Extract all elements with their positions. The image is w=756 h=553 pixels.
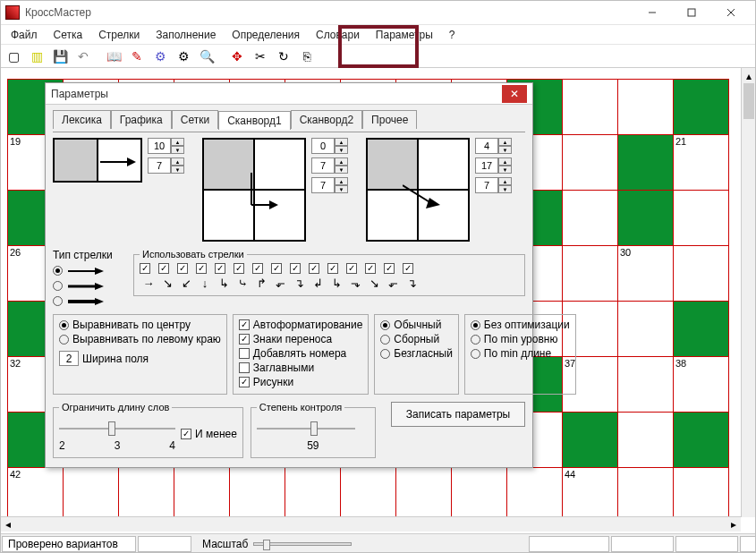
grid-cell[interactable] xyxy=(64,468,119,523)
grid-cell[interactable] xyxy=(507,468,563,523)
sp2-spinner-0[interactable]: ▲▼ xyxy=(311,138,348,154)
menu-сетка[interactable]: Сетка xyxy=(47,27,90,43)
use-arrow-chk-7[interactable] xyxy=(271,263,282,274)
sp1-spinner-1[interactable]: ▲▼ xyxy=(148,157,184,174)
caps-checkbox[interactable] xyxy=(239,362,250,373)
grid-cell[interactable] xyxy=(285,468,341,523)
sp3-spinner-0[interactable]: ▲▼ xyxy=(475,138,512,154)
grid-cell[interactable] xyxy=(674,302,729,357)
use-arrow-chk-10[interactable] xyxy=(327,263,338,274)
spin-up-icon[interactable]: ▲ xyxy=(498,157,512,166)
grid-cell[interactable] xyxy=(563,246,618,302)
align-center-radio[interactable] xyxy=(59,320,69,330)
spinner-input[interactable] xyxy=(475,157,498,174)
tab-3[interactable]: Сканворд1 xyxy=(218,111,290,130)
sp3-spinner-1[interactable]: ▲▼ xyxy=(475,157,512,174)
sp1-spinner-0[interactable]: ▲▼ xyxy=(148,138,184,154)
sp2-spinner-2[interactable]: ▲▼ xyxy=(311,177,348,193)
tb-undo[interactable]: ↶ xyxy=(73,47,93,66)
use-arrow-chk-12[interactable] xyxy=(365,263,376,274)
horizontal-scrollbar[interactable]: ◂ ▸ xyxy=(0,516,741,532)
menu-заполнение[interactable]: Заполнение xyxy=(149,27,223,43)
use-arrow-chk-14[interactable] xyxy=(403,263,413,274)
grid-cell[interactable] xyxy=(341,468,396,523)
grid-cell[interactable] xyxy=(618,191,674,246)
tab-1[interactable]: Графика xyxy=(111,110,172,129)
grid-cell[interactable] xyxy=(230,468,285,523)
spinner-input[interactable] xyxy=(475,138,498,154)
addnum-checkbox[interactable] xyxy=(239,348,250,359)
spin-up-icon[interactable]: ▲ xyxy=(335,177,348,185)
spin-up-icon[interactable]: ▲ xyxy=(171,138,184,146)
tb-gear1[interactable]: ⚙ xyxy=(150,47,170,66)
align-left-radio[interactable] xyxy=(59,335,69,345)
spin-up-icon[interactable]: ▲ xyxy=(498,138,512,146)
sp2-spinner-1[interactable]: ▲▼ xyxy=(311,157,348,174)
close-button[interactable] xyxy=(711,0,751,25)
opt-mode-radio-0[interactable] xyxy=(471,320,480,330)
spinner-input[interactable] xyxy=(148,138,171,154)
menu-?[interactable]: ? xyxy=(442,27,463,43)
opt-mode-radio-1[interactable] xyxy=(471,335,480,345)
use-arrow-chk-13[interactable] xyxy=(384,263,395,274)
hyphen-checkbox[interactable] xyxy=(239,334,250,345)
grid-cell[interactable]: 42 xyxy=(8,468,64,523)
spinner-input[interactable] xyxy=(148,157,171,174)
grid-cell[interactable]: 30 xyxy=(618,246,674,302)
grid-cell[interactable] xyxy=(674,413,729,468)
use-arrow-chk-11[interactable] xyxy=(346,263,357,274)
grid-cell[interactable] xyxy=(174,468,230,523)
use-arrow-chk-6[interactable] xyxy=(252,263,263,274)
grid-cell[interactable] xyxy=(119,468,174,523)
use-arrow-chk-3[interactable] xyxy=(196,263,207,274)
grid-cell[interactable] xyxy=(563,80,618,135)
scroll-thumb[interactable] xyxy=(743,83,754,119)
scroll-right-icon[interactable]: ▸ xyxy=(726,517,741,532)
grid-cell[interactable] xyxy=(563,191,618,246)
spin-down-icon[interactable]: ▼ xyxy=(498,146,512,154)
scan-type-radio-1[interactable] xyxy=(380,335,390,345)
grid-cell[interactable] xyxy=(563,135,618,191)
spin-up-icon[interactable]: ▲ xyxy=(171,157,184,166)
spin-down-icon[interactable]: ▼ xyxy=(335,166,348,174)
maximize-button[interactable] xyxy=(672,0,711,25)
grid-cell[interactable] xyxy=(618,80,674,135)
grid-cell[interactable]: 44 xyxy=(563,468,618,523)
spinner-input[interactable] xyxy=(475,177,498,193)
save-parameters-button[interactable]: Записать параметры xyxy=(391,402,525,427)
control-degree-slider[interactable] xyxy=(257,420,355,438)
use-arrow-chk-5[interactable] xyxy=(234,263,244,274)
field-width-input[interactable] xyxy=(59,351,79,366)
tab-4[interactable]: Сканворд2 xyxy=(291,110,362,129)
and-less-checkbox[interactable] xyxy=(181,429,191,439)
tab-5[interactable]: Прочее xyxy=(362,110,417,129)
tb-new[interactable]: ▢ xyxy=(4,47,23,66)
grid-cell[interactable] xyxy=(618,302,674,357)
menu-определения[interactable]: Определения xyxy=(225,27,307,43)
tb-expand[interactable]: ✥ xyxy=(227,47,247,66)
grid-cell[interactable] xyxy=(452,468,507,523)
tb-tools[interactable]: ✂ xyxy=(251,47,270,66)
menu-параметры[interactable]: Параметры xyxy=(369,27,440,43)
dialog-titlebar[interactable]: Параметры ✕ xyxy=(46,83,532,105)
spin-down-icon[interactable]: ▼ xyxy=(498,185,512,193)
use-arrow-chk-4[interactable] xyxy=(215,263,225,274)
menu-стрелки[interactable]: Стрелки xyxy=(91,27,147,43)
grid-cell[interactable] xyxy=(674,191,729,246)
tb-find[interactable]: 🔍 xyxy=(197,47,217,66)
scan-type-radio-0[interactable] xyxy=(380,320,390,330)
spin-up-icon[interactable]: ▲ xyxy=(498,177,512,185)
grid-cell[interactable] xyxy=(674,80,729,135)
grid-cell[interactable] xyxy=(618,413,674,468)
dialog-close-button[interactable]: ✕ xyxy=(502,85,527,103)
limit-length-slider[interactable] xyxy=(59,420,175,438)
menu-файл[interactable]: Файл xyxy=(4,27,45,43)
scroll-up-icon[interactable]: ▴ xyxy=(742,68,756,83)
grid-cell[interactable]: 38 xyxy=(674,357,729,413)
scale-slider[interactable] xyxy=(253,542,352,546)
tb-redo[interactable]: ↻ xyxy=(274,47,293,66)
tb-open[interactable]: ▥ xyxy=(27,47,47,66)
opt-mode-radio-2[interactable] xyxy=(471,349,480,359)
autofmt-checkbox[interactable] xyxy=(239,319,250,330)
spin-down-icon[interactable]: ▼ xyxy=(171,146,184,154)
